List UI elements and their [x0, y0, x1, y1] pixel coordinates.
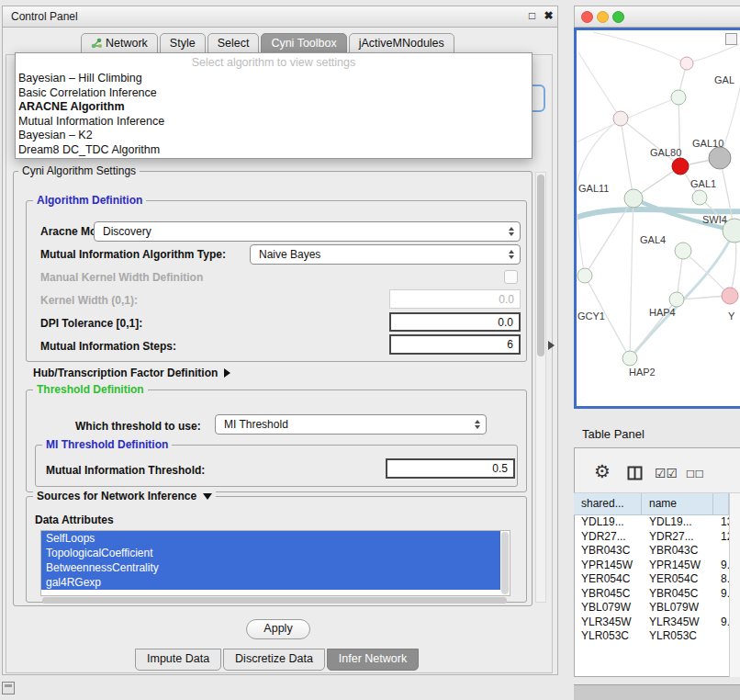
- table-cell: YBR043C: [642, 544, 713, 559]
- data-attribute-item[interactable]: BetweennessCentrality: [41, 560, 500, 575]
- hub-definition-toggle[interactable]: Hub/Transcription Factor Definition: [33, 367, 230, 379]
- list-vertical-scrollbar[interactable]: [501, 532, 509, 594]
- algorithm-dropdown-popup: Select algorithm to view settings Bayesi…: [15, 52, 533, 159]
- network-node[interactable]: [675, 243, 691, 259]
- table-row[interactable]: YBR045CYBR045C9.: [574, 587, 729, 602]
- algorithm-option[interactable]: Bayesian – Hill Climbing: [16, 72, 532, 86]
- data-attributes-list[interactable]: SelfLoopsTopologicalCoefficientBetweenne…: [40, 530, 510, 596]
- mi-steps-field[interactable]: 6: [389, 334, 521, 355]
- deselect-all-columns-icon[interactable]: ☐☐: [686, 469, 704, 480]
- table-cell: YBR045C: [574, 587, 642, 602]
- network-node[interactable]: [613, 111, 628, 126]
- minimize-traffic-light-icon[interactable]: [597, 11, 609, 23]
- network-node[interactable]: [722, 288, 738, 304]
- network-node[interactable]: [709, 147, 731, 169]
- gear-icon[interactable]: ⚙: [594, 460, 611, 482]
- cyni-settings-group-title: Cyni Algorithm Settings: [18, 164, 140, 177]
- birdseye-toggle-icon[interactable]: [725, 33, 737, 45]
- bottom-tab-impute-data[interactable]: Impute Data: [135, 649, 221, 671]
- column-header[interactable]: name: [642, 493, 713, 515]
- table-cell: [713, 629, 729, 643]
- bottom-tabbar: Impute DataDiscretize DataInfer Network: [135, 649, 420, 671]
- mi-type-combobox[interactable]: Naive Bayes: [250, 244, 521, 265]
- algorithm-dropdown-placeholder: Select algorithm to view settings: [16, 53, 532, 72]
- aracne-mode-combobox[interactable]: Discovery: [94, 221, 521, 242]
- algorithm-option[interactable]: Mutual Information Inference: [16, 115, 532, 130]
- float-window-icon[interactable]: □: [525, 9, 539, 22]
- network-icon: [91, 38, 102, 49]
- table-cell: YER054C: [642, 572, 713, 587]
- bottom-tab-infer-network[interactable]: Infer Network: [327, 649, 419, 671]
- zoom-traffic-light-icon[interactable]: [612, 11, 624, 23]
- combo-arrows-icon: [475, 420, 480, 429]
- mi-threshold-field[interactable]: 0.5: [386, 458, 515, 479]
- panel-splitter-arrow-icon[interactable]: [548, 341, 555, 350]
- network-node[interactable]: [672, 158, 689, 175]
- close-window-icon[interactable]: ✖: [542, 9, 555, 22]
- algorithm-option[interactable]: Basic Correlation Inference: [16, 86, 532, 101]
- combo-arrows-icon: [509, 227, 514, 236]
- algorithm-option[interactable]: ARACNE Algorithm: [16, 100, 532, 115]
- settings-scrollbar-thumb[interactable]: [537, 175, 544, 356]
- column-header[interactable]: shared...: [574, 493, 642, 515]
- table-row[interactable]: YPR145WYPR145W9.: [574, 559, 729, 573]
- table-cell: [713, 601, 729, 615]
- network-edge: [578, 52, 621, 119]
- network-canvas[interactable]: GALGAL10GAL80GAL11GAL1SWI4GAL4GCY1HAP4YH…: [577, 30, 740, 406]
- table-cell: YDL19...: [642, 515, 713, 530]
- columns-icon[interactable]: [627, 466, 643, 480]
- list-horizontal-scrollbar[interactable]: [42, 597, 507, 604]
- dpi-tolerance-field[interactable]: 0.0: [389, 312, 521, 332]
- close-traffic-light-icon[interactable]: [581, 11, 593, 23]
- table-row[interactable]: YBL079WYBL079W: [574, 601, 729, 615]
- table-cell: 9.: [713, 559, 729, 573]
- dpi-tolerance-value: 0.0: [498, 316, 513, 329]
- network-node[interactable]: [692, 190, 707, 205]
- manual-kernel-label: Manual Kernel Width Definition: [40, 271, 203, 284]
- control-panel-titlebar[interactable]: Control Panel: [2, 6, 558, 28]
- data-attribute-item[interactable]: SelfLoops: [41, 531, 500, 546]
- mi-threshold-value: 0.5: [492, 462, 508, 475]
- restore-panel-icon[interactable]: [2, 682, 15, 694]
- network-node[interactable]: [577, 268, 592, 283]
- hub-definition-label: Hub/Transcription Factor Definition: [33, 367, 218, 379]
- node-label: GAL4: [640, 234, 666, 245]
- table-row[interactable]: YLR053CYLR053C: [574, 629, 729, 643]
- network-node[interactable]: [622, 351, 637, 366]
- manual-kernel-checkbox[interactable]: [504, 270, 518, 284]
- network-node[interactable]: [669, 292, 684, 307]
- node-label: SWI4: [702, 214, 727, 225]
- table-row[interactable]: YLR345WYLR345W9.: [574, 615, 729, 630]
- table-cell: YBR043C: [574, 544, 642, 559]
- mi-threshold-label: Mutual Information Threshold:: [46, 464, 205, 477]
- table-row[interactable]: YDR27...YDR27...12: [574, 530, 729, 545]
- mi-type-label: Mutual Information Algorithm Type:: [40, 248, 226, 261]
- network-node[interactable]: [671, 90, 686, 105]
- algorithm-option[interactable]: Dream8 DC_TDC Algorithm: [16, 143, 532, 158]
- table-cell: YDR27...: [642, 530, 713, 545]
- table-cell: YPR145W: [574, 559, 642, 573]
- algorithm-dropdown-list: Bayesian – Hill ClimbingBasic Correlatio…: [16, 72, 532, 157]
- data-attribute-item[interactable]: TopologicalCoefficient: [41, 546, 500, 560]
- which-threshold-combobox[interactable]: MI Threshold: [215, 414, 487, 435]
- table-row[interactable]: YBR043CYBR043C: [574, 544, 729, 559]
- table-scrollbar-track[interactable]: [729, 493, 740, 677]
- table-row[interactable]: YER054CYER054C8.: [574, 572, 729, 587]
- network-window-titlebar[interactable]: [574, 6, 740, 28]
- network-node[interactable]: [624, 189, 643, 208]
- column-header[interactable]: [713, 493, 729, 515]
- table-cell: YBR045C: [642, 587, 713, 602]
- sources-group-toggle[interactable]: Sources for Network Inference: [33, 490, 216, 502]
- algorithm-option[interactable]: Bayesian – K2: [16, 129, 532, 143]
- select-all-columns-icon[interactable]: ☑☑: [655, 466, 678, 480]
- tab-label: jActiveMNodules: [359, 37, 444, 50]
- kernel-width-field: 0.0: [389, 289, 521, 309]
- bottom-tab-discretize-data[interactable]: Discretize Data: [223, 649, 325, 671]
- apply-button[interactable]: Apply: [246, 619, 310, 639]
- network-node[interactable]: [680, 57, 693, 70]
- table-row[interactable]: YDL19...YDL19...13: [574, 515, 729, 530]
- network-edge: [593, 32, 687, 63]
- table-cell: YPR145W: [642, 559, 713, 573]
- data-attribute-item[interactable]: gal4RGexp: [41, 575, 500, 590]
- mi-steps-label: Mutual Information Steps:: [40, 340, 176, 353]
